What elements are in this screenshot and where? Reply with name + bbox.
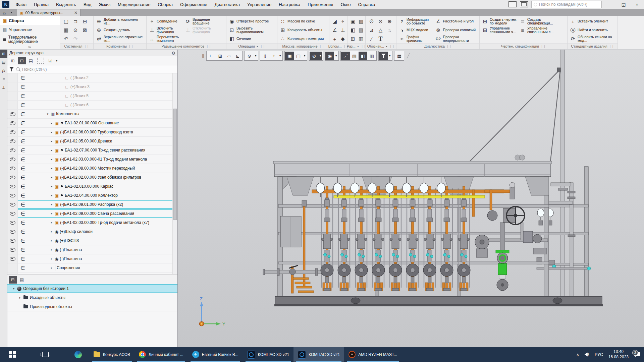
subtree-params-tab-icon[interactable]: ▤ <box>18 276 26 284</box>
include-icon[interactable]: ∈ <box>18 200 28 209</box>
minimize-button[interactable]: — <box>605 0 615 8</box>
language-indicator[interactable]: РУС <box>595 352 603 357</box>
visibility-mode-icon[interactable]: ◉ <box>325 52 334 60</box>
expand-arrow-icon[interactable]: ▸ <box>50 257 53 260</box>
tree-item[interactable]: ∈ ▸ ⚑ Сопряжения <box>7 263 173 273</box>
tree-search[interactable]: Поиск (Ctrl+/) <box>7 65 177 73</box>
visibility-eye-icon[interactable] <box>10 139 15 143</box>
expand-arrow-icon[interactable]: ▸ <box>50 176 53 179</box>
expand-arrow-icon[interactable]: ▸ <box>50 130 53 134</box>
expand-arrow-icon[interactable]: ▾ <box>46 112 49 116</box>
disable-fix-button[interactable]: ⊥Отключить фиксацию <box>184 26 225 35</box>
object-info-button[interactable]: ?Информация об объекте <box>398 17 433 26</box>
include-icon[interactable]: ∈ <box>18 128 28 136</box>
menu-assembly[interactable]: Сборка <box>154 0 176 9</box>
shaded-display-icon[interactable]: ▣ <box>285 52 294 60</box>
expand-arrow-icon[interactable]: ▸ <box>50 239 53 242</box>
coincidence-button[interactable]: ⌖Совпадение <box>148 17 183 26</box>
include-icon[interactable]: ∈ <box>18 173 28 182</box>
process-panel-icon[interactable]: ⊥ <box>0 83 7 92</box>
expand-arrow-icon[interactable]: ▸ <box>50 230 53 233</box>
collision-check-button[interactable]: ⊗Проверка коллизий <box>434 26 478 35</box>
taskbar-app[interactable]: R AMD RYZEN MAST... <box>344 347 401 362</box>
dispersion-stack-pipe[interactable] <box>558 50 568 299</box>
tree-item[interactable]: ∈ ▸ ▣ ⚑ БА1-02.01.00.000 Основание <box>7 119 173 128</box>
command-search-input[interactable]: Поиск по командам (Alt+/) <box>531 1 602 8</box>
include-icon[interactable]: ∈ <box>18 191 28 200</box>
zoom-icon[interactable]: ⊙ <box>245 52 254 60</box>
tree-item[interactable]: ∈ ▸ ◉ ⚑ (+)Шкаф силовой <box>7 227 173 236</box>
preview-icon[interactable]: ⊙ <box>71 26 80 35</box>
taskbar-app[interactable]: Личный кабинет ... <box>135 347 188 362</box>
save-as-icon[interactable]: ⊠ <box>80 26 90 35</box>
manage-linked-specs-button[interactable]: ≡Управление связанными с... <box>519 26 566 35</box>
include-icon[interactable]: ∈ <box>18 236 28 245</box>
visibility-eye-icon[interactable] <box>10 230 15 234</box>
simple-hole-button[interactable]: ◉Отверстие простое <box>228 17 276 26</box>
tray-chevron-icon[interactable]: ∧ <box>576 352 579 357</box>
ribbon-tab-solid-modeling[interactable]: ◼Твердотельное моделирование <box>0 34 60 45</box>
insert-element-button[interactable]: +Вставить элемент <box>569 17 616 26</box>
expand-arrow[interactable]: ▾ <box>12 287 15 290</box>
visibility-eye-icon[interactable] <box>10 194 15 197</box>
curvature-graph-button[interactable]: ≈График кривизны <box>398 35 433 43</box>
section-plane-icon[interactable]: ▥ <box>367 52 376 60</box>
expand-arrow-icon[interactable]: ▸ <box>50 248 53 251</box>
sec-icon-1[interactable]: ▣ <box>349 17 357 26</box>
visibility-eye-icon[interactable] <box>10 257 15 261</box>
expand-arrow-icon[interactable]: ▸ <box>50 139 53 143</box>
menu-window[interactable]: Окно <box>337 0 354 9</box>
visibility-eye-icon[interactable] <box>10 221 15 225</box>
taskbar-app[interactable]: КОМПАС-3D v21 <box>243 347 293 362</box>
aux-shape-icon[interactable]: ◆ <box>339 35 347 43</box>
sec-icon-6[interactable]: ▥ <box>357 35 365 43</box>
tree-scrollbar-thumb[interactable] <box>173 109 177 220</box>
ann-triangle-icon[interactable]: △ <box>376 26 385 35</box>
task-view-button[interactable] <box>38 347 53 362</box>
visibility-eye-icon[interactable] <box>10 248 15 252</box>
ann-text-icon[interactable]: T <box>376 35 385 43</box>
menu-diagnostics[interactable]: Диагностика <box>211 0 244 9</box>
continuity-check-button[interactable]: G?Проверка непрерывности <box>434 35 478 43</box>
copy-objects-button[interactable]: ⊞Копировать объекты <box>279 26 324 35</box>
tree-toolbar-caret[interactable]: ▼ <box>55 59 58 62</box>
ann-diameter-icon[interactable]: ∅ <box>367 17 376 26</box>
layout-single-icon[interactable] <box>508 1 517 7</box>
edge-taskbar-icon[interactable] <box>70 347 86 362</box>
tree-item[interactable]: ∈ ▸ ▣ ⚑ БА1-02.010.00.000 Каркас <box>7 182 173 191</box>
menu-sketch[interactable]: Эскиз <box>95 0 114 9</box>
hidden-lines-icon[interactable]: ⊘ <box>310 52 318 60</box>
add-component-button[interactable]: ⊕Добавить компонент из... <box>95 17 145 26</box>
distance-angle-button[interactable]: ∠Расстояние и угол <box>434 17 478 26</box>
ann-slash-icon[interactable]: ⊘ <box>376 17 385 26</box>
sec-icon-3[interactable]: ◧ <box>349 26 357 35</box>
menu-select[interactable]: Выделить <box>52 0 80 9</box>
layout-split-icon[interactable] <box>520 1 528 7</box>
expand-arrow-icon[interactable]: ▸ <box>50 194 53 197</box>
include-icon[interactable]: ∈ <box>18 263 28 272</box>
visibility-eye-icon[interactable] <box>10 212 15 216</box>
include-icon[interactable]: ∈ <box>18 73 28 82</box>
create-drawing-button[interactable]: ⊞Создать чертеж по модели <box>481 17 518 26</box>
taskbar-app[interactable]: ✈ Евгений Волчек В... <box>188 347 243 362</box>
include-icon[interactable]: ∈ <box>18 101 28 109</box>
subtree-source-row[interactable]: ▸ Исходные объекты <box>7 293 177 302</box>
tree-item[interactable]: ∈ ▸ ▣ ⚑ (-)БА1-02.02.00.000 Узел обвязки… <box>7 173 173 182</box>
orientation-caret[interactable]: ▼ <box>278 52 282 60</box>
document-tab[interactable]: ▣ 00 Блок арматурны... ✕ <box>17 9 80 16</box>
subtree-derived-row[interactable]: Производные объекты <box>7 302 177 311</box>
expand-arrow-icon[interactable]: ▸ <box>50 121 53 125</box>
tree-panel-icon[interactable]: ⊞ <box>0 50 7 58</box>
expand-arrow-icon[interactable]: ▸ <box>50 221 53 224</box>
include-icon[interactable]: ∈ <box>18 182 28 191</box>
tree-item[interactable]: ∈ ▸ ▣ ⚑ БА1-02.07.00.000 Тр-од свечи рас… <box>7 146 173 155</box>
expand-arrow-icon[interactable]: ▸ <box>50 185 53 188</box>
tree-item[interactable]: ∈ ▸ ▣ ⚑ (-)БА1-02.03.00.000-01 Тр-од под… <box>7 155 173 164</box>
aux-point-icon[interactable]: ⌖ <box>339 17 347 26</box>
new-file-icon[interactable]: ▢ <box>61 17 71 26</box>
section-button[interactable]: ◧Сечение <box>228 35 276 43</box>
ann-leader-icon[interactable]: ∕ <box>367 35 376 43</box>
tree-item[interactable]: ∈ ▸ ◉ ⚑ (-)Пластина <box>7 254 173 263</box>
grid-array-button[interactable]: ∷Массив по сетке <box>279 17 324 26</box>
cut-extrude-button[interactable]: ⊡Вырезать выдавливанием <box>228 26 276 35</box>
